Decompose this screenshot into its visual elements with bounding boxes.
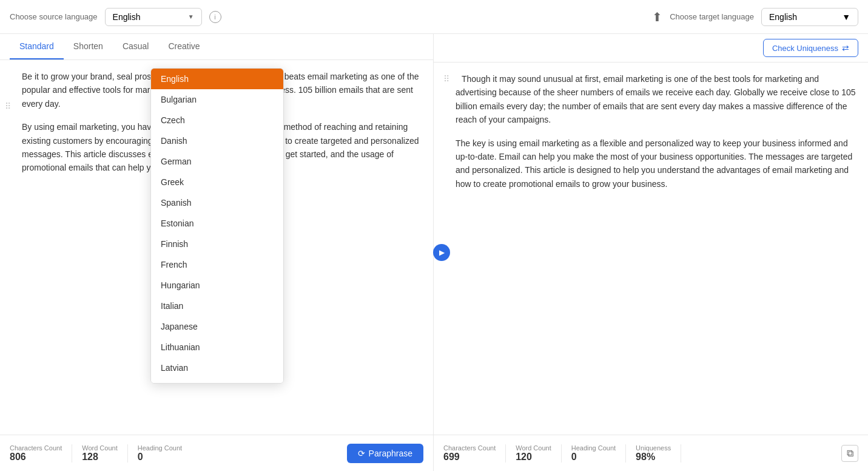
dropdown-item-danish[interactable]: Danish [151, 130, 283, 151]
dropdown-item-french[interactable]: French [151, 254, 283, 275]
source-characters-value: 806 [10, 452, 26, 463]
target-heading-stat: Heading Count 0 [571, 444, 626, 463]
source-characters-label: Characters Count [10, 444, 62, 452]
dropdown-item-greek[interactable]: Greek [151, 172, 283, 192]
target-language-select[interactable]: English ▼ [761, 8, 858, 26]
arrows-icon: ⇄ [842, 43, 849, 53]
paraphrase-label: Paraphrase [369, 449, 412, 458]
dropdown-item-czech[interactable]: Czech [151, 110, 283, 130]
panel-divider: ▶ [433, 244, 450, 261]
source-characters-stat: Characters Count 806 [10, 444, 72, 463]
source-status-bar: Characters Count 806 Word Count 128 Head… [0, 435, 433, 471]
dropdown-item-dutch[interactable]: Dutch [151, 378, 283, 384]
source-heading-stat: Heading Count 0 [138, 444, 192, 463]
target-language-btn[interactable]: English ▼ [761, 8, 858, 26]
target-language-label: Choose target language [670, 12, 754, 21]
copy-icon: ⧉ [847, 448, 853, 459]
target-characters-value: 699 [443, 452, 460, 463]
dropdown-item-finnish[interactable]: Finnish [151, 234, 283, 254]
target-paragraph-2: The key is using email marketing as a fl… [456, 137, 856, 191]
dropdown-item-estonian[interactable]: Estonian [151, 213, 283, 234]
copy-button[interactable]: ⧉ [841, 445, 858, 462]
info-icon[interactable]: i [209, 11, 221, 23]
drag-handle-left[interactable]: ⠿ [5, 100, 11, 113]
upload-area: ⬆ [229, 10, 663, 24]
target-wordcount-label: Word Count [516, 444, 551, 452]
source-language-select[interactable]: English ▼ [105, 8, 202, 26]
target-status-bar: Characters Count 699 Word Count 120 Head… [434, 435, 868, 471]
paraphrase-icon: ⟳ [358, 449, 365, 458]
tab-casual[interactable]: Casual [113, 34, 159, 59]
language-dropdown: EnglishBulgarianCzechDanishGermanGreekSp… [150, 68, 284, 384]
dropdown-item-bulgarian[interactable]: Bulgarian [151, 89, 283, 110]
target-heading-label: Heading Count [571, 444, 616, 452]
target-language-value: English [769, 12, 797, 22]
source-heading-value: 0 [138, 452, 143, 463]
target-paragraph-1: Though it may sound unusual at first, em… [456, 72, 856, 127]
tab-creative[interactable]: Creative [158, 34, 209, 59]
target-uniqueness-label: Uniqueness [636, 444, 671, 452]
right-toolbar: Check Uniqueness ⇄ [434, 34, 868, 63]
dropdown-item-lithuanian[interactable]: Lithuanian [151, 337, 283, 357]
dropdown-item-english[interactable]: English [151, 69, 283, 89]
header: Choose source language English ▼ i ⬆ Cho… [0, 0, 868, 34]
source-wordcount-value: 128 [82, 452, 98, 463]
check-uniqueness-button[interactable]: Check Uniqueness ⇄ [763, 39, 858, 57]
target-heading-value: 0 [571, 452, 577, 463]
target-chevron-icon: ▼ [842, 12, 850, 22]
source-chevron-icon: ▼ [188, 13, 194, 20]
target-wordcount-stat: Word Count 120 [516, 444, 562, 463]
source-language-label: Choose source language [10, 12, 98, 21]
upload-icon[interactable]: ⬆ [652, 10, 662, 24]
target-uniqueness-value: 98% [636, 452, 655, 463]
dropdown-item-japanese[interactable]: Japanese [151, 316, 283, 337]
target-text-area[interactable]: ⠿ Though it may sound unusual at first, … [434, 63, 868, 435]
dropdown-item-latvian[interactable]: Latvian [151, 357, 283, 378]
check-uniqueness-label: Check Uniqueness [772, 44, 838, 53]
app-container: Choose source language English ▼ i ⬆ Cho… [0, 0, 868, 471]
target-uniqueness-stat: Uniqueness 98% [636, 444, 681, 463]
right-panel: Check Uniqueness ⇄ ⠿ Though it may sound… [434, 34, 868, 471]
drag-handle-right[interactable]: ⠿ [443, 72, 449, 86]
source-heading-label: Heading Count [138, 444, 182, 452]
dropdown-item-spanish[interactable]: Spanish [151, 192, 283, 213]
expand-arrow-button[interactable]: ▶ [433, 244, 450, 261]
target-characters-stat: Characters Count 699 [443, 444, 506, 463]
target-characters-label: Characters Count [443, 444, 496, 452]
tab-bar: Standard Shorten Casual Creative [0, 34, 433, 60]
source-language-value: English [113, 12, 141, 22]
source-wordcount-label: Word Count [82, 444, 118, 452]
dropdown-item-hungarian[interactable]: Hungarian [151, 275, 283, 296]
paraphrase-button[interactable]: ⟳ Paraphrase [347, 444, 423, 463]
tab-standard[interactable]: Standard [10, 34, 64, 59]
target-wordcount-value: 120 [516, 452, 532, 463]
tab-shorten[interactable]: Shorten [64, 34, 113, 59]
source-wordcount-stat: Word Count 128 [82, 444, 128, 463]
dropdown-item-german[interactable]: German [151, 151, 283, 172]
main-content: Standard Shorten Casual Creative ⠿ Be it… [0, 34, 868, 471]
source-language-btn[interactable]: English ▼ [105, 8, 202, 26]
dropdown-item-italian[interactable]: Italian [151, 296, 283, 316]
